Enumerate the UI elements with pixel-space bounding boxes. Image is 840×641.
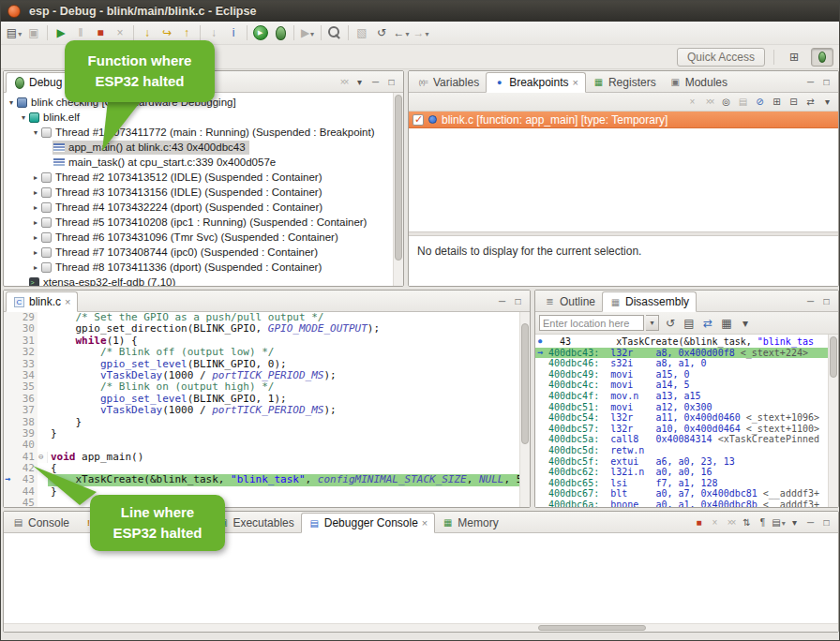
expander-icon[interactable]: ▸ [31,233,40,242]
new-wizard-icon[interactable]: ▤ [5,23,23,42]
close-tab-icon[interactable] [573,76,578,89]
maximize-icon[interactable]: □ [818,293,834,309]
breakpoints-list[interactable]: blink.c [function: app_main] [type: Temp… [409,112,838,231]
step-into-icon[interactable]: ↓ [138,23,157,42]
breakpoint-checkbox[interactable] [412,114,424,126]
scrollbar-thumb[interactable] [521,323,529,444]
debug-tree[interactable]: ▾blink checking [GDB Hardware Debugging]… [4,93,403,286]
resume-icon[interactable]: ▶ [52,23,70,42]
collapse-all-icon[interactable]: ⊟ [786,94,802,110]
external-tools-icon[interactable]: ▶ [298,23,317,42]
disassembly-scrollbar[interactable] [828,335,838,507]
save-icon[interactable]: ▣ [24,23,43,42]
debug-tree-item[interactable]: main_task() at cpu_start.c:339 0x400d057… [4,155,403,170]
debug-tree-item[interactable]: app_main() at blink.c:43 0x400dbc43 [4,140,403,155]
debug-icon[interactable] [271,23,290,42]
expander-icon[interactable]: ▾ [31,128,40,137]
opcodes-icon[interactable]: ▦ [717,314,736,333]
skip-all-breakpoints-icon[interactable]: ⊘ [752,94,768,110]
minimize-icon[interactable]: ─ [494,293,510,309]
remove-all-terminated-icon[interactable]: ×× [336,74,352,90]
location-input[interactable]: Enter location here [539,315,644,331]
scrollbar-thumb[interactable] [830,336,837,378]
quick-access-button[interactable]: Quick Access [677,48,765,67]
scrollbar-thumb[interactable] [538,625,647,631]
disassembly-row[interactable]: 400dbc51: movi a12, 0x300 [535,402,838,413]
tab[interactable]: Debug [6,72,69,93]
debug-tree-item[interactable]: ▾Thread #1 1073411772 (main : Running) (… [4,125,403,140]
drop-to-frame-icon[interactable]: ↓ [204,23,223,42]
remove-all-launches-icon[interactable]: ×× [723,514,739,530]
disassembly-row[interactable]: 400dbc49: movi a15, 0 [535,369,838,380]
code-line[interactable]: 37 vTaskDelay(1000 / portTICK_PERIOD_MS)… [4,405,530,416]
disassembly-row[interactable]: 400dbc54: l32r a11, 0x400d0460 <_stext+1… [535,412,838,424]
tab[interactable]: Console [6,513,76,532]
disassembly-row[interactable]: 400dbc65: lsi f7, a1, 128 [535,478,838,489]
search-icon[interactable] [325,23,344,42]
open-perspective-icon[interactable]: ⊞ [783,48,805,67]
expander-icon[interactable]: ▸ [31,248,40,257]
maximize-icon[interactable]: □ [510,293,526,309]
location-dropdown-icon[interactable]: ▾ [646,315,659,331]
code-line[interactable]: 38 } [4,417,530,428]
view-menu-icon[interactable]: ▾ [819,94,835,110]
step-over-icon[interactable]: ↪ [158,23,176,42]
editor-scrollbar[interactable] [519,312,530,507]
remove-all-breakpoints-icon[interactable]: ×× [701,94,717,110]
close-tab-icon[interactable] [422,516,428,529]
link-with-debug-icon[interactable]: ⇄ [802,94,818,110]
terminate-icon[interactable]: ■ [91,23,110,42]
minimize-icon[interactable]: ─ [802,74,818,90]
tab[interactable]: Registers [586,72,663,92]
disassembly-row[interactable]: 400dbc5a: call8 0x40084314 <xTaskCreateP… [535,434,838,445]
debug-tree-item[interactable]: ▸Thread #8 1073411336 (dport) (Suspended… [4,260,403,275]
open-console-icon[interactable]: ▤ [771,514,787,530]
debug-scrollbar[interactable] [393,93,403,286]
minimize-icon[interactable]: ─ [802,293,818,309]
forward-icon[interactable]: → [412,23,430,42]
last-edit-location-icon[interactable]: ↺ [372,23,391,42]
tab[interactable]: Memory [435,513,504,532]
refresh-icon[interactable]: ↺ [661,314,680,333]
remove-launch-icon[interactable]: × [707,514,723,530]
close-tab-icon[interactable] [65,295,70,308]
view-menu-icon[interactable]: ▾ [787,514,802,530]
tab[interactable]: Variables [411,72,486,92]
run-icon[interactable] [251,23,270,42]
disassembly-row[interactable]: 400dbc4f: mov.n a13, a15 [535,391,838,402]
maximize-icon[interactable]: □ [818,514,834,530]
debug-tree-item[interactable]: ▸Thread #3 1073413156 (IDLE) (Suspended … [4,185,403,200]
console-hscrollbar[interactable] [4,623,838,632]
expander-icon[interactable]: ▸ [31,263,40,272]
view-menu-icon[interactable]: ▾ [736,314,755,333]
debug-tree-item[interactable]: ▸Thread #7 1073408744 (ipc0) (Suspended … [4,245,403,260]
step-return-icon[interactable]: ↑ [177,23,196,42]
debug-tree-item[interactable]: ▸Thread #5 1073410208 (ipc1 : Running) (… [4,215,403,230]
tab[interactable]: blink.c [6,291,78,312]
expander-icon[interactable]: ▾ [19,113,28,122]
maximize-icon[interactable]: □ [383,74,399,90]
disassembly-row[interactable]: 400dbc5d: retw.n [535,445,838,456]
disassembly-row[interactable]: 400dbc62: l32i.n a0, a0, 16 [535,467,838,478]
disassembly-row[interactable]: 400dbc67: blt a0, a7, 0x400dbc81 <__addd… [535,488,838,499]
terminate-icon[interactable]: ■ [691,514,707,530]
code-line[interactable]: 39} [4,428,530,440]
disassembly-row[interactable]: 400dbc4c: movi a14, 5 [535,380,838,391]
breakpoint-row[interactable]: blink.c [function: app_main] [type: Temp… [409,112,838,128]
expander-icon[interactable]: ▸ [31,203,40,212]
tab[interactable]: Breakpoints [486,72,586,93]
expander-icon[interactable]: ▸ [31,188,40,197]
disassembly-row[interactable]: 400dbc6a: bnone a0, a1, 0x400dbc8b <__ad… [535,499,838,507]
debug-tree-item[interactable]: ▸Thread #6 1073431096 (Tmr Svc) (Suspend… [4,230,403,245]
show-source-icon[interactable]: ▤ [680,314,698,333]
sync-with-active-context-icon[interactable]: ⇄ [698,314,717,333]
mark-occurrences-icon[interactable]: ▧ [352,23,371,42]
disassembly-row[interactable]: 400dbc46: s32i a8, a1, 0 [535,358,838,369]
tab[interactable]: Debugger Console [301,513,436,533]
tab[interactable]: Modules [663,72,734,92]
word-wrap-icon[interactable]: ¶ [755,514,771,530]
scrollbar-thumb[interactable] [395,95,402,261]
expand-all-icon[interactable]: ⊞ [769,94,785,110]
debug-tree-item[interactable]: ▸Thread #2 1073413512 (IDLE) (Suspended … [4,170,403,185]
maximize-icon[interactable]: □ [818,74,834,90]
